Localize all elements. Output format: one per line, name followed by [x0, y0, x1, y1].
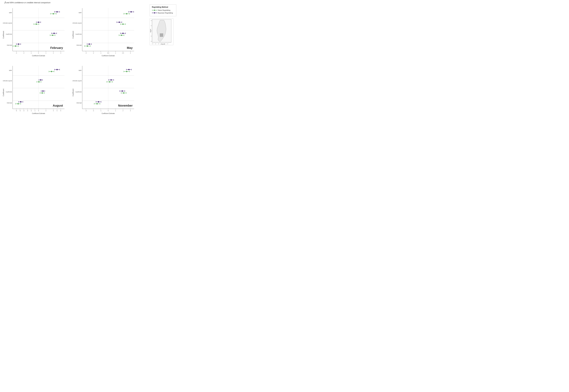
svg-text:CanRCM4: CanRCM4: [75, 91, 82, 93]
map-svg: Longitude Latitude -124 -122 -120 -118 -…: [150, 19, 174, 45]
svg-text:2: 2: [53, 52, 54, 54]
svg-point-234: [98, 101, 99, 102]
svg-text:3: 3: [60, 52, 61, 54]
naive-legend-icon: [152, 9, 157, 11]
y-label-february: Coefficient: [2, 31, 4, 39]
svg-text:0.0: 0.0: [107, 52, 109, 54]
svg-text:42: 42: [151, 20, 152, 21]
map-box: Longitude Latitude -124 -122 -120 -118 -…: [150, 18, 173, 45]
svg-text:May: May: [127, 46, 133, 49]
svg-point-172: [42, 92, 43, 94]
svg-text:-5: -5: [19, 110, 21, 112]
svg-text:1: 1: [45, 52, 46, 54]
svg-point-32: [53, 13, 54, 14]
svg-text:-122: -122: [155, 43, 157, 44]
y-label-august: Coefficient: [2, 89, 4, 96]
svg-text:November: November: [118, 104, 133, 107]
svg-text:2: 2: [123, 110, 123, 112]
svg-point-152: [57, 69, 58, 70]
svg-text:Intercept: Intercept: [7, 44, 12, 46]
svg-text:6: 6: [60, 110, 61, 112]
main-container: β̂ and 95% confidence or credible interv…: [0, 0, 178, 121]
svg-text:0: 0: [108, 110, 108, 112]
svg-point-56: [15, 45, 16, 47]
svg-text:-3: -3: [85, 110, 87, 112]
svg-text:38: 38: [151, 30, 152, 31]
svg-text:February: February: [50, 46, 63, 49]
svg-text:-114: -114: [166, 43, 168, 44]
svg-point-102: [122, 33, 124, 34]
svg-text:-3: -3: [27, 110, 28, 112]
svg-point-52: [18, 43, 19, 45]
svg-point-222: [109, 81, 110, 83]
svg-text:-4: -4: [23, 110, 24, 112]
legend-item-naive: Naive Regridding: [152, 9, 174, 11]
svg-text:4: 4: [53, 110, 54, 112]
svg-text:-1: -1: [34, 110, 35, 112]
legend-title: Regridding Method: [152, 6, 174, 8]
svg-text:WRF: WRF: [79, 70, 82, 71]
svg-point-36: [38, 22, 39, 23]
svg-text:August: August: [53, 104, 63, 107]
top-row: Coefficient -: [1, 4, 150, 62]
svg-text:-1: -1: [30, 52, 32, 54]
svg-point-180: [18, 103, 19, 104]
svg-text:Coefficient Estimate: Coefficient Estimate: [32, 55, 45, 56]
svg-point-226: [122, 90, 123, 92]
svg-text:2.5: 2.5: [122, 52, 124, 54]
svg-text:-1: -1: [100, 110, 101, 112]
svg-text:Coefficient Estimate: Coefficient Estimate: [102, 55, 115, 56]
svg-point-156: [51, 71, 52, 72]
svg-text:-6: -6: [16, 110, 17, 112]
svg-text:CRCM5-UQAM: CRCM5-UQAM: [73, 22, 82, 24]
svg-point-243: [154, 10, 155, 11]
bottom-row: Coefficient -6 -5: [1, 62, 150, 120]
bayesian-legend-icon: [152, 12, 157, 14]
svg-point-218: [111, 79, 112, 81]
svg-text:-3: -3: [85, 52, 87, 54]
chart-november: Coefficient -3 -2: [72, 63, 140, 119]
svg-text:-2: -2: [93, 110, 94, 112]
y-label-november: Coefficient: [72, 89, 74, 96]
svg-text:3: 3: [130, 110, 131, 112]
svg-point-86: [131, 11, 132, 13]
svg-text:Coefficient Estimate: Coefficient Estimate: [32, 113, 45, 114]
svg-text:40: 40: [151, 25, 152, 26]
svg-text:WRF: WRF: [79, 12, 82, 14]
svg-text:34: 34: [151, 41, 152, 42]
chart-may: Coefficient -3 -2: [72, 5, 140, 61]
svg-point-160: [40, 79, 41, 81]
svg-point-210: [128, 69, 130, 70]
svg-text:Intercept: Intercept: [7, 102, 12, 104]
panel-november: Coefficient -3 -2: [72, 63, 140, 119]
svg-point-90: [126, 13, 127, 14]
svg-text:-118: -118: [160, 43, 162, 44]
svg-text:1: 1: [115, 52, 116, 54]
svg-point-168: [42, 90, 44, 92]
svg-text:-120: -120: [158, 43, 160, 44]
svg-text:CanRCM4: CanRCM4: [6, 91, 12, 93]
svg-text:CanRCM4: CanRCM4: [6, 33, 12, 35]
svg-text:Coefficient Estimate: Coefficient Estimate: [102, 113, 115, 114]
legend-box: Regridding Method Naive Regridding Baye: [150, 4, 176, 16]
svg-point-114: [87, 45, 88, 47]
panel-august: Coefficient -6 -5: [2, 63, 70, 119]
svg-text:CRCM5-UQAM: CRCM5-UQAM: [3, 80, 12, 82]
svg-text:Intercept: Intercept: [76, 102, 82, 104]
svg-text:36: 36: [151, 36, 152, 37]
svg-text:Intercept: Intercept: [76, 44, 82, 46]
svg-text:WRF: WRF: [9, 70, 12, 71]
svg-point-106: [121, 35, 122, 36]
y-label-may: Coefficient: [72, 31, 74, 39]
naive-label: Naive Regridding: [158, 9, 170, 11]
svg-point-176: [20, 101, 21, 102]
svg-point-214: [126, 71, 127, 72]
svg-point-247: [154, 12, 155, 14]
svg-text:-1: -1: [100, 52, 101, 54]
svg-text:3: 3: [130, 52, 131, 54]
svg-point-44: [54, 33, 55, 34]
svg-point-238: [96, 103, 98, 104]
svg-point-230: [123, 92, 124, 94]
svg-text:-2: -2: [93, 52, 94, 54]
svg-text:CRCM5-UQAM: CRCM5-UQAM: [73, 80, 82, 82]
